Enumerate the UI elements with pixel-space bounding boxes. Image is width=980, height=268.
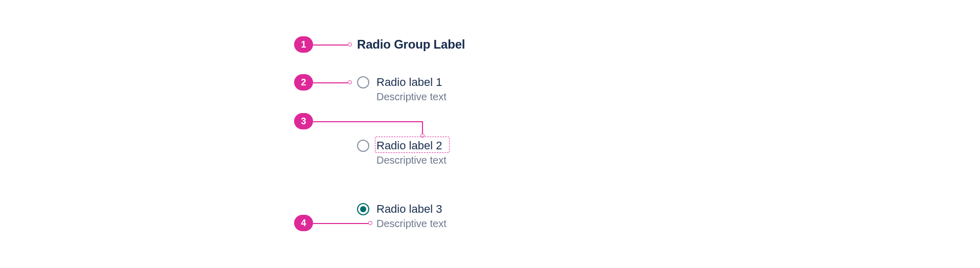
radio-option-3[interactable]: Radio label 3 Descriptive text	[357, 202, 447, 230]
annotation-pill-2: 2	[294, 74, 313, 91]
annotation-endpoint-3	[420, 133, 425, 138]
radio-label: Radio label 3	[376, 202, 447, 216]
annotation-leader-2	[313, 82, 348, 83]
radio-unchecked-icon	[357, 140, 369, 152]
annotation-leader-3-h	[313, 121, 422, 122]
annotation-pill-1: 1	[294, 36, 313, 53]
radio-description: Descriptive text	[376, 217, 447, 230]
radio-description: Descriptive text	[376, 154, 447, 167]
radio-group-label: Radio Group Label	[357, 37, 465, 52]
annotation-leader-4	[313, 223, 368, 224]
radio-label: Radio label 2	[376, 139, 447, 153]
radio-option-2[interactable]: Radio label 2 Descriptive text	[357, 139, 447, 167]
annotation-leader-3-v	[422, 121, 423, 133]
radio-checked-icon	[357, 203, 369, 215]
annotation-endpoint-1	[348, 42, 352, 47]
radio-checked-dot-icon	[360, 206, 366, 212]
annotation-leader-1	[313, 44, 348, 46]
diagram-stage: 1 Radio Group Label 2 Radio label 1 Desc…	[0, 0, 980, 268]
annotation-pill-3: 3	[294, 113, 313, 129]
radio-text-block: Radio label 2 Descriptive text	[376, 139, 447, 167]
annotation-pill-4: 4	[294, 215, 313, 231]
radio-text-block: Radio label 3 Descriptive text	[376, 202, 447, 230]
radio-label: Radio label 1	[376, 75, 447, 90]
radio-description: Descriptive text	[376, 91, 447, 103]
radio-option-1[interactable]: Radio label 1 Descriptive text	[357, 75, 447, 103]
annotation-endpoint-2	[348, 80, 352, 84]
annotation-endpoint-4	[368, 221, 372, 225]
radio-text-block: Radio label 1 Descriptive text	[376, 75, 447, 103]
radio-unchecked-icon	[357, 76, 369, 88]
